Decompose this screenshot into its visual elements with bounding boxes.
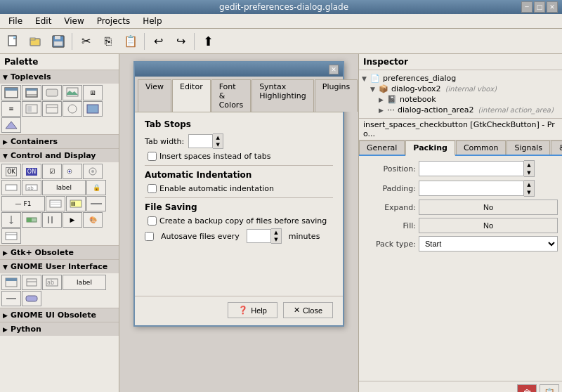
menu-edit[interactable]: Edit	[30, 15, 57, 27]
open-button[interactable]	[25, 31, 46, 52]
backup-check[interactable]	[148, 216, 157, 226]
section-gnome-obsolete-header[interactable]: ▶ GNOME UI Obsolete	[0, 308, 119, 322]
packtype-dropdown[interactable]: Start End	[419, 236, 558, 251]
pal-c14[interactable]	[1, 212, 21, 228]
autosave-down[interactable]: ▼	[271, 236, 281, 243]
pal-c16[interactable]	[42, 212, 62, 228]
palette-item-dialog[interactable]	[22, 85, 41, 100]
section-control-header[interactable]: ▼ Control and Display	[0, 149, 119, 162]
tree-item-vbox[interactable]: ▼ 📦 dialog-vbox2 (internal vbox)	[370, 84, 559, 94]
tab-width-spinner[interactable]: 8 ▲ ▼	[188, 133, 223, 149]
section-gtk-obsolete-header[interactable]: ▶ Gtk+ Obsolete	[0, 246, 119, 259]
pal-c4[interactable]	[63, 164, 82, 179]
pal-c13[interactable]	[86, 196, 106, 211]
padding-spinner[interactable]: 0 ▲ ▼	[419, 180, 535, 197]
close-button[interactable]: ✕	[547, 1, 558, 13]
pal-c9[interactable]: 🔒	[86, 180, 106, 195]
section-gnome-ui-header[interactable]: ▼ GNOME User Interface	[0, 260, 119, 273]
pal-gnome-6[interactable]	[22, 291, 41, 306]
palette-item-grid[interactable]: ⊞	[83, 85, 103, 100]
auto-indent-checkbox[interactable]: Enable automatic indentation	[145, 184, 333, 193]
palette-item-image[interactable]	[63, 85, 82, 100]
packtype-select[interactable]: Start End	[419, 236, 558, 251]
palette-item-window[interactable]	[1, 85, 21, 100]
pal-c3[interactable]: ☑	[42, 164, 62, 179]
new-button[interactable]	[3, 31, 24, 52]
pal-c6[interactable]	[1, 180, 21, 195]
section-containers-header[interactable]: ▶ Containers	[0, 135, 119, 148]
inspector-tab-general[interactable]: General	[359, 141, 405, 155]
inspector-tab-common[interactable]: Common	[456, 141, 507, 155]
pal-label[interactable]: label	[42, 180, 86, 195]
autosave-check[interactable]	[145, 232, 154, 241]
insert-spaces-checkbox[interactable]: Insert spaces instead of tabs	[145, 152, 333, 161]
fill-button[interactable]: No	[419, 218, 558, 233]
section-toplevels-header[interactable]: ▼ Toplevels	[0, 70, 119, 84]
pal-c11[interactable]	[46, 196, 65, 211]
autosave-input[interactable]: 8	[247, 229, 271, 243]
pal-gnome-label[interactable]: label	[63, 275, 106, 290]
position-input[interactable]: 1	[419, 161, 524, 176]
expand-button[interactable]: No	[419, 200, 558, 215]
tree-item-action-area[interactable]: ▶ ⋯ dialog-action_area2 (internal action…	[379, 105, 559, 115]
backup-checkbox[interactable]: Create a backup copy of files before sav…	[145, 216, 333, 226]
tab-width-up[interactable]: ▲	[213, 134, 223, 141]
pointer-button[interactable]: ⬆	[197, 31, 218, 52]
help-button[interactable]: ❓ Help	[228, 302, 277, 318]
menu-view[interactable]: View	[58, 15, 89, 27]
cut-button[interactable]: ✂	[75, 31, 96, 52]
minimize-button[interactable]: ─	[521, 1, 532, 13]
pal-gnome-3[interactable]: ab	[42, 275, 62, 290]
dialog-tab-editor[interactable]: Editor	[172, 79, 211, 112]
padding-input[interactable]: 0	[419, 181, 524, 196]
tab-width-input[interactable]: 8	[188, 134, 213, 148]
maximize-button[interactable]: □	[534, 1, 545, 13]
palette-item-t5[interactable]	[1, 117, 21, 133]
pal-c19[interactable]	[1, 228, 21, 244]
pal-c17[interactable]: ▶	[63, 212, 82, 228]
palette-item-t1[interactable]	[22, 101, 41, 117]
padding-down[interactable]: ▼	[524, 188, 534, 196]
dialog-tab-plugins[interactable]: Plugins	[315, 79, 358, 112]
section-python-header[interactable]: ▶ Python	[0, 322, 119, 336]
pal-c7[interactable]: ab	[22, 180, 41, 195]
menu-file[interactable]: File	[3, 15, 28, 27]
palette-item-t2[interactable]	[42, 101, 62, 117]
dialog-close-button[interactable]: ✕	[329, 65, 339, 74]
inspector-tab-signals[interactable]: Signals	[507, 141, 550, 155]
pal-c1[interactable]: OK	[1, 164, 21, 179]
inspector-tab-accessibility[interactable]: ♿	[551, 141, 562, 155]
menu-help[interactable]: Help	[137, 15, 167, 27]
palette-item-button[interactable]	[42, 85, 62, 100]
dialog-tab-font-colors[interactable]: Font & Colors	[211, 79, 251, 112]
pal-c18[interactable]: 🎨	[83, 212, 103, 228]
tree-item-root[interactable]: ▼ 📄 preferences_dialog	[362, 73, 559, 84]
inspector-bottom-btn-1[interactable]: 🗑	[517, 384, 537, 392]
auto-indent-check[interactable]	[148, 184, 157, 193]
pal-c5[interactable]	[83, 164, 103, 179]
pal-c12[interactable]: ▤	[66, 196, 86, 211]
redo-button[interactable]: ↪	[170, 31, 191, 52]
position-spinner[interactable]: 1 ▲ ▼	[419, 160, 535, 177]
pal-gnome-1[interactable]	[1, 275, 21, 290]
dialog-tab-view[interactable]: View	[138, 79, 171, 112]
copy-button[interactable]: ⎘	[98, 31, 119, 52]
pal-gnome-5[interactable]	[1, 291, 21, 306]
palette-item-t4[interactable]	[83, 101, 103, 117]
menu-projects[interactable]: Projects	[91, 15, 136, 27]
palette-item-menu[interactable]: ≡	[1, 101, 21, 117]
pal-c15[interactable]	[22, 212, 41, 228]
pal-c2[interactable]: ON	[22, 164, 41, 179]
pal-minus-f1[interactable]: — F1	[1, 196, 45, 211]
tab-width-down[interactable]: ▼	[213, 141, 223, 148]
save-button[interactable]	[48, 31, 69, 52]
insert-spaces-check[interactable]	[148, 152, 157, 161]
tree-item-notebook[interactable]: ▶ 📓 notebook	[379, 94, 559, 105]
pal-gnome-2[interactable]	[22, 275, 41, 290]
inspector-bottom-btn-2[interactable]: 📋	[540, 384, 559, 392]
undo-button[interactable]: ↩	[148, 31, 169, 52]
position-down[interactable]: ▼	[524, 169, 534, 176]
paste-button[interactable]: 📋	[120, 31, 141, 52]
position-up[interactable]: ▲	[524, 161, 534, 169]
autosave-up[interactable]: ▲	[271, 229, 281, 236]
